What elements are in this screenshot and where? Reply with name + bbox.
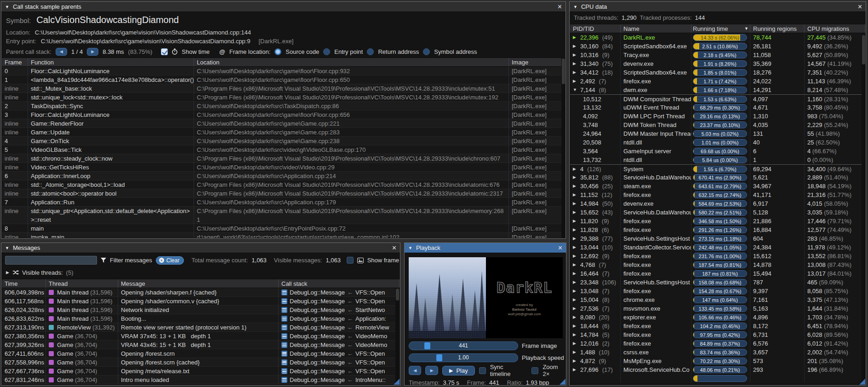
cpu-scrollbar[interactable] — [862, 34, 866, 384]
expander-icon[interactable]: ▶ — [573, 330, 577, 339]
callstack-row[interactable]: 2TaskDispatch::SyncC:\Users\wolf\Desktop… — [2, 102, 565, 110]
prev-callstack-button[interactable]: ◀ — [56, 48, 67, 56]
callstack-row[interactable]: 1<lambda_84a19dc444fae966ca174e83e708bdc… — [2, 75, 565, 84]
message-row[interactable]: 627,399,326nsGame (36,704)VRAM 43x45: 15… — [2, 341, 400, 349]
expander-icon[interactable]: ▶ — [573, 348, 577, 357]
expander-icon[interactable]: ▶ — [573, 33, 577, 42]
cpu-row[interactable]: 13,132uDWM Event Thread68.29 ms (0.30%)4… — [570, 103, 865, 112]
cpu-row[interactable]: ▶29,388(77)ServiceHub.SettingsHost273.15… — [570, 234, 865, 243]
expander-icon[interactable]: ▶ — [573, 243, 577, 252]
expander-icon[interactable]: ▶ — [573, 59, 577, 68]
cpu-row[interactable]: ▶15,004(8)chrome.exe147 ms (0.64%)7,1613… — [570, 295, 865, 304]
resize-grip[interactable] — [859, 379, 865, 385]
cpu-row[interactable]: ▶16,464(7)firefox.exe187 ms (0.81%)15,49… — [570, 269, 865, 278]
expander-icon[interactable]: ▶ — [573, 322, 577, 330]
callstack-row[interactable]: 6Application::InnerLoopC:\Users\wolf\Des… — [2, 172, 565, 180]
callstack-list-icon[interactable] — [281, 289, 287, 295]
callstack-row[interactable]: 3Floor::CalcLightNoLuminanceC:\Users\wol… — [2, 110, 565, 119]
close-icon[interactable]: × — [558, 3, 562, 11]
resize-grip[interactable] — [394, 379, 400, 385]
expander-icon[interactable]: ▶ — [573, 173, 577, 182]
playback-speed-slider[interactable]: 1.00 — [409, 353, 518, 362]
expander-icon[interactable]: ▶ — [573, 208, 577, 217]
callstack-row[interactable]: 5VideoGLBase::TickC:\Users\wolf\Desktop\… — [2, 145, 565, 154]
cpu-row[interactable]: ▶4,768(7)firefox.exe187.54 ms (0.81%)14,… — [570, 260, 865, 269]
expander-icon[interactable]: ▶ — [573, 234, 577, 243]
clear-button[interactable]: x Clear — [156, 256, 184, 265]
expander-icon[interactable]: ▶ — [573, 365, 577, 374]
cpu-row[interactable]: ▶8,080(20)explorer.exe105.66 ms (0.46%)4… — [570, 313, 865, 322]
cpu-row[interactable]: ▶10,316(9)Tracy.exe2.18 s (9.45%)11,0585… — [570, 51, 865, 59]
cpu-row[interactable]: ▶11,820(9)firefox.exe346.58 ms (1.50%)21… — [570, 217, 865, 225]
callstack-list-icon[interactable] — [281, 377, 287, 383]
callstack-row[interactable]: inlinestd::unique_lock<std::mutex>::lock… — [2, 93, 565, 102]
cpu-row[interactable]: ▶23,348(106)ServiceHub.SettingsHost158.0… — [570, 278, 865, 287]
cpu-row[interactable]: ▶14,984(50)devenv.exe584.69 ms (2.53%)6,… — [570, 199, 865, 208]
callstack-row[interactable]: inlinestd::_Mutex_base::lockC:\Program F… — [2, 84, 565, 93]
next-callstack-button[interactable]: ▶ — [87, 48, 98, 56]
cpu-row[interactable]: 3,564GameInput server69.68 us (0.00%)64 … — [570, 147, 865, 156]
message-row[interactable]: 627,558,996nsGame (36,704)Opening /fores… — [2, 358, 400, 367]
expander-icon[interactable]: ▶ — [573, 77, 577, 86]
cpu-row[interactable]: ▼7,144(8)dwm.exe1.66 s (7.18%)14,2918,21… — [570, 86, 865, 94]
callstack-row[interactable]: inlineVideo::GetTicksHiResC:\Users\wolf\… — [2, 163, 565, 172]
callstack-row[interactable]: 7Application::RunC:\Users\wolf\Desktop\d… — [2, 198, 565, 207]
column-function[interactable]: Function — [28, 58, 194, 66]
expander-icon[interactable]: ▶ — [573, 260, 577, 269]
cpu-row[interactable]: ▶27,536(7)msvsmon.exe133.45 ms (0.58%)5,… — [570, 304, 865, 313]
callstack-row[interactable]: inlinestd::unique_ptr<Application,std::d… — [2, 207, 565, 224]
step-back-button[interactable]: ◀ — [409, 366, 421, 375]
column-cpu-migrations[interactable]: CPU migrations — [805, 24, 865, 33]
callstack-list-icon[interactable] — [281, 351, 287, 357]
playback-titlebar[interactable]: ▼ Playback × — [405, 243, 566, 253]
messages-scrollbar[interactable] — [395, 288, 400, 384]
column-running-regions[interactable]: Running regions — [750, 24, 805, 33]
message-row[interactable]: 627,411,606nsGame (36,704)Opening /fores… — [2, 349, 400, 358]
cpu-row[interactable]: ▶27,696(17)Microsoft.ServiceHub.Co48.06 … — [570, 365, 865, 374]
play-button[interactable]: ▶ Play — [442, 366, 475, 375]
callstack-row[interactable]: 4Game::OnTickC:\Users\wolf\Desktop\darkr… — [2, 137, 565, 145]
expander-icon[interactable]: ▶ — [573, 199, 577, 208]
expand-threads-icon[interactable]: ▶ — [6, 270, 9, 275]
radio-symbol-address[interactable] — [423, 48, 430, 55]
column-thread[interactable]: Thread — [46, 279, 118, 288]
callstack-scrollbar[interactable] — [561, 58, 565, 238]
scrollbar-thumb[interactable] — [562, 58, 565, 84]
column-time[interactable]: Time — [2, 279, 46, 288]
callstack-list-icon[interactable] — [281, 298, 287, 304]
radio-return-address[interactable] — [367, 48, 374, 55]
cpu-row[interactable]: ▶34,412(18)ScriptedSandbox64.exe1.85 s (… — [570, 68, 865, 77]
collapse-icon[interactable]: ▼ — [408, 246, 412, 250]
callstack-row[interactable]: inlinestd::atomic<bool>::operator boolC:… — [2, 189, 565, 198]
filter-input[interactable] — [5, 256, 97, 265]
column-location[interactable]: Location — [194, 58, 509, 66]
collapse-icon[interactable]: ▼ — [5, 5, 9, 9]
message-row[interactable]: 626,024,328nsMain thread (31,596)Network… — [2, 306, 400, 314]
callstack-list-icon[interactable] — [281, 368, 287, 374]
show-time-checkbox[interactable] — [161, 48, 168, 55]
collapse-icon[interactable]: ▼ — [573, 5, 577, 9]
cpu-row[interactable]: ▶12,692(9)firefox.exe231.76 ms (1.00%)15… — [570, 252, 865, 260]
sync-timeline-checkbox[interactable] — [479, 367, 486, 374]
show-frame-checkbox[interactable] — [347, 257, 354, 264]
cpu-row[interactable]: ▶2,492(7)firefox.exe1.71 s (7.42%)24,022… — [570, 77, 865, 86]
callstack-row[interactable]: inlineGame::RenderFloorC:\Users\wolf\Des… — [2, 119, 565, 128]
cpu-row[interactable]: ▶31,340(75)devenv.exe1.91 s (8.26%)35,36… — [570, 59, 865, 68]
column-name[interactable]: Name — [621, 24, 691, 33]
callstack-row[interactable]: inlineinvoke_maind:\agent\_work\63\s\src… — [2, 233, 565, 238]
expander-icon[interactable]: ▶ — [573, 217, 577, 225]
expander-icon[interactable]: ▶ — [573, 304, 577, 313]
expander-icon[interactable]: ▶ — [573, 357, 577, 365]
cpu-row[interactable]: ▶13,044(10)StandardCollector.Service242.… — [570, 243, 865, 252]
radio-source-code[interactable] — [274, 48, 281, 55]
cpu-row[interactable]: 24,964DWM Master Input Thread5.03 ms (0.… — [570, 129, 865, 138]
callstack-list-icon[interactable] — [281, 324, 287, 330]
frame-image[interactable]: DarkRL created by Bartosz Taudul wolf.pl… — [409, 257, 563, 338]
collapse-icon[interactable]: ▼ — [5, 246, 9, 250]
column-frame[interactable]: Frame — [2, 58, 28, 66]
location-value[interactable]: C:\Users\wolf\Desktop\darkrl\src\game\vi… — [35, 29, 251, 36]
expander-icon[interactable]: ▶ — [573, 313, 577, 322]
step-forward-button[interactable]: ▶ — [425, 366, 438, 375]
entry-point-value[interactable]: C:\Users\wolf\Desktop\darkrl\src\game\vi… — [41, 38, 251, 45]
cpu-row[interactable]: ▶14,784(5)firefox.exe97.95 ms (0.42%)6,7… — [570, 330, 865, 339]
